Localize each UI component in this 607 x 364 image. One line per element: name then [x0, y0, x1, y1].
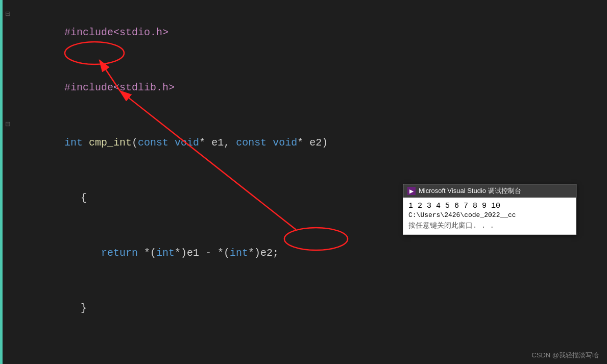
vs-output-line: 1 2 3 4 5 6 7 8 9 10 [408, 202, 571, 210]
code-line-2: #include<stdlib.h> [0, 60, 607, 115]
code-line-7 [0, 336, 607, 354]
fold-minus-3[interactable]: ⊟ [0, 115, 15, 134]
code-line-8 [0, 354, 607, 364]
vs-popup-title-text: Microsoft Visual Studio 调试控制台 [419, 186, 521, 196]
line-2-content: #include<stdlib.h> [23, 60, 607, 115]
csdn-watermark: CSDN @我轻描淡写哈 [531, 351, 599, 360]
code-line-3: ⊟ int cmp_int(const void* e1, const void… [0, 115, 607, 171]
vs-path-line: C:\Users\2426\code_2022__cc [408, 211, 571, 219]
include-stdio: #include<stdio.h> [64, 27, 168, 38]
code-line-6: } [0, 281, 607, 336]
include-stdlib: #include<stdlib.h> [64, 82, 175, 93]
vs-debug-popup: ▶ Microsoft Visual Studio 调试控制台 1 2 3 4 … [403, 184, 576, 235]
line-1-content: #include<stdio.h> [23, 5, 607, 60]
vs-popup-title-bar: ▶ Microsoft Visual Studio 调试控制台 [403, 184, 576, 198]
vs-logo-icon: ▶ [407, 187, 416, 195]
vs-popup-body: 1 2 3 4 5 6 7 8 9 10 C:\Users\2426\code_… [403, 198, 576, 234]
line-6-content: } [23, 281, 607, 336]
fold-minus-1[interactable]: ⊟ [0, 5, 15, 23]
kw-int-3: int [64, 137, 83, 149]
code-editor: ⊟ #include<stdio.h> #include<stdlib.h> ⊟… [0, 0, 607, 364]
line-3-content: int cmp_int(const void* e1, const void* … [23, 115, 607, 171]
fn-cmp-int: cmp_int [89, 137, 132, 149]
code-line-1: ⊟ #include<stdio.h> [0, 5, 607, 60]
vs-prompt-line: 按任意键关闭此窗口. . . [408, 221, 571, 230]
